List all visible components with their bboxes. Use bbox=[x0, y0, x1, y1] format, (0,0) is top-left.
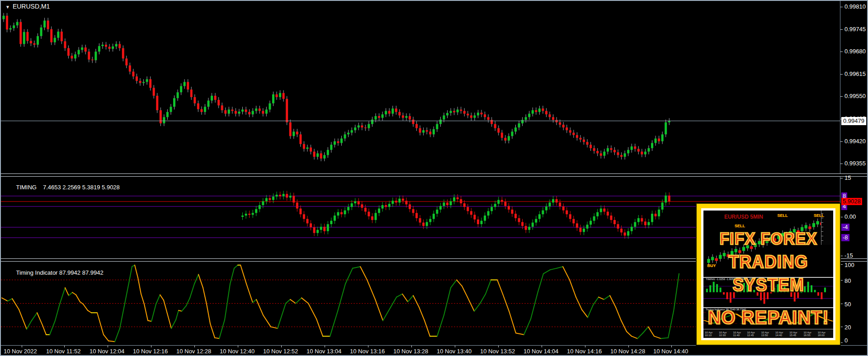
oscillator-segment bbox=[182, 306, 186, 311]
timing-bar-body bbox=[596, 212, 599, 216]
timing-bar-body bbox=[508, 206, 510, 210]
oscillator-segment bbox=[241, 265, 246, 284]
candle-body bbox=[190, 89, 193, 97]
candle-body bbox=[177, 92, 179, 98]
candle-body bbox=[136, 76, 138, 81]
oscillator-axis-label: 0 bbox=[844, 337, 848, 344]
timing-bar-body bbox=[269, 198, 271, 200]
candle-body bbox=[344, 134, 346, 138]
candle-body bbox=[402, 115, 404, 117]
timing-bar-body bbox=[453, 197, 455, 201]
timing-bar-body bbox=[460, 199, 462, 203]
timing-bar-body bbox=[484, 215, 486, 221]
candle-body bbox=[665, 122, 667, 135]
oscillator-segment bbox=[497, 280, 503, 294]
oscillator-segment bbox=[148, 321, 151, 322]
candle-body bbox=[50, 29, 52, 42]
candle-body bbox=[405, 116, 407, 118]
candle-body bbox=[514, 127, 517, 131]
candle-body bbox=[245, 109, 247, 112]
oscillator-segment bbox=[156, 295, 160, 304]
candle-body bbox=[160, 110, 162, 123]
promo-banner[interactable]: EUR/USD 5MIN SELL SELL SELL BUY TIMING -… bbox=[696, 203, 841, 346]
candle-body bbox=[409, 116, 411, 120]
time-axis[interactable]: 10 Nov 202210 Nov 11:5210 Nov 12:0410 No… bbox=[1, 345, 868, 356]
candle-body bbox=[94, 52, 97, 60]
timing-bar-body bbox=[248, 214, 250, 215]
candle-body bbox=[306, 147, 308, 149]
timing-bar-body bbox=[368, 211, 370, 216]
mt4-chart-window: ▼EURUSD,M1 TIMING7.4653 2.2569 5.3819 5.… bbox=[0, 0, 868, 356]
candle-body bbox=[71, 56, 73, 58]
timing-bar-body bbox=[361, 204, 363, 207]
candle-body bbox=[289, 122, 292, 136]
oscillator-axis-label: 20 bbox=[844, 324, 851, 331]
price-axis-tick bbox=[840, 96, 843, 97]
symbol-timeframe-label[interactable]: ▼EURUSD,M1 bbox=[5, 3, 50, 10]
oscillator-segment bbox=[457, 280, 462, 286]
oscillator-panel-label: Timing Indicator 87.9942 87.9942 bbox=[6, 262, 104, 283]
time-axis-label: 10 Nov 12:28 bbox=[176, 348, 211, 355]
timing-bar-body bbox=[542, 211, 544, 215]
oscillator-segment bbox=[648, 327, 654, 336]
time-axis-label: 10 Nov 13:40 bbox=[437, 348, 472, 355]
candle-body bbox=[149, 79, 151, 88]
time-axis-label: 10 Nov 14:40 bbox=[653, 348, 688, 355]
oscillator-segment bbox=[632, 336, 637, 338]
timing-bar-body bbox=[340, 212, 343, 215]
oscillator-segment bbox=[225, 284, 230, 320]
oscillator-segment bbox=[538, 274, 543, 292]
candle-body bbox=[579, 138, 581, 140]
timing-bar-body bbox=[422, 223, 425, 226]
candle-body bbox=[310, 147, 312, 151]
banner-chart-title: EUR/USD 5MIN bbox=[724, 214, 763, 220]
oscillator-segment bbox=[80, 302, 83, 304]
main-price-chart[interactable]: ▼EURUSD,M1 bbox=[1, 1, 868, 173]
timing-bar-body bbox=[388, 204, 391, 207]
oscillator-segment bbox=[100, 323, 104, 334]
timing-bar-body bbox=[637, 218, 640, 222]
timing-bar-body bbox=[497, 200, 500, 204]
oscillator-segment bbox=[151, 304, 156, 321]
candle-body bbox=[197, 103, 199, 109]
time-axis-label: 10 Nov 14:16 bbox=[567, 348, 602, 355]
oscillator-segment bbox=[563, 267, 570, 280]
banner-axis-token: 10 Apr 14:40 bbox=[775, 331, 789, 337]
candle-body bbox=[85, 47, 87, 52]
oscillator-segment bbox=[661, 338, 668, 339]
oscillator-segment bbox=[413, 295, 419, 307]
candlestick-canvas[interactable] bbox=[1, 1, 840, 173]
oscillator-axis-label: 80 bbox=[844, 277, 851, 284]
timing-bar-body bbox=[265, 198, 268, 201]
candle-body bbox=[6, 16, 8, 30]
timing-bar-body bbox=[569, 214, 571, 219]
banner-scale-tick bbox=[821, 218, 823, 218]
candle-body bbox=[200, 109, 203, 112]
timing-bar-body bbox=[347, 207, 349, 210]
symbol-dropdown-icon[interactable]: ▼ bbox=[5, 5, 10, 9]
time-axis-tick bbox=[411, 346, 412, 347]
candle-body bbox=[576, 135, 578, 138]
candle-body bbox=[142, 82, 145, 83]
candle-body bbox=[139, 81, 142, 83]
banner-axis-token: 10 Apr 15:45 bbox=[789, 331, 803, 337]
candle-body bbox=[426, 130, 428, 131]
candle-body bbox=[286, 99, 288, 122]
candle-body bbox=[156, 96, 158, 110]
oscillator-segment bbox=[8, 299, 12, 301]
candle-body bbox=[13, 25, 15, 28]
oscillator-segment bbox=[171, 320, 176, 328]
candle-body bbox=[470, 115, 472, 117]
timing-bar-body bbox=[374, 213, 377, 220]
oscillator-segment bbox=[353, 267, 360, 268]
oscillator-segment bbox=[467, 297, 474, 311]
panel-separator[interactable] bbox=[1, 173, 868, 177]
timing-bar-body bbox=[620, 229, 623, 233]
oscillator-segment bbox=[451, 280, 457, 288]
candle-body bbox=[33, 43, 35, 45]
timing-bar-body bbox=[658, 210, 660, 216]
oscillator-segment bbox=[316, 319, 323, 336]
banner-axis-token: 10 Apr 11:40 bbox=[733, 331, 747, 337]
time-axis-label: 10 Nov 13:16 bbox=[350, 348, 385, 355]
candle-body bbox=[108, 47, 111, 49]
